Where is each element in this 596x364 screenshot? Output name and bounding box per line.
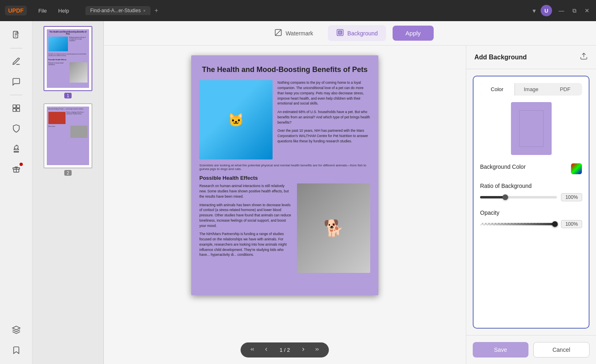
svg-rect-2: [16, 105, 19, 108]
svg-rect-3: [13, 109, 15, 111]
ratio-label: Ratio of Background: [480, 183, 582, 189]
doc-section-top: 🐱 Nothing compares to the joy of coming …: [199, 80, 370, 159]
opacity-slider-thumb[interactable]: [552, 221, 558, 227]
tab-bar: Find-and-A...er-Studies × +: [85, 6, 161, 15]
ratio-value: 100%: [561, 193, 582, 201]
sidebar-item-protect[interactable]: [7, 120, 25, 137]
thumbnail-page-2[interactable]: Animals Helping People — continuing rese…: [44, 103, 92, 176]
titlebar-right: ▾ U — ⧉ ✕: [533, 5, 591, 16]
color-preview: [511, 102, 552, 155]
main-area: The Health and Mood-Boosting Benefits of…: [0, 21, 596, 364]
help-menu[interactable]: Help: [53, 6, 74, 15]
watermark-tool[interactable]: Watermark: [266, 25, 321, 41]
file-menu[interactable]: File: [33, 6, 52, 15]
right-panel: Add Background Color Image PDF: [466, 46, 596, 364]
new-tab-button[interactable]: +: [152, 7, 161, 14]
nav-next-button[interactable]: [298, 345, 309, 355]
sidebar-item-document[interactable]: [7, 26, 25, 44]
sidebar-item-comment[interactable]: [7, 73, 25, 91]
viewer-right-container: The Health and Mood-Boosting Benefits of…: [104, 46, 596, 364]
close-button[interactable]: ✕: [583, 6, 591, 15]
opacity-slider-track: [480, 223, 557, 225]
doc-section-text: Research on human-animal interactions is…: [199, 183, 292, 273]
watermark-label: Watermark: [286, 30, 313, 37]
titlebar-menu: File Help: [33, 6, 74, 15]
svg-rect-4: [16, 109, 19, 111]
sidebar-item-edit[interactable]: [7, 52, 25, 70]
thumb-page-label-2: 2: [64, 170, 72, 176]
export-icon[interactable]: [580, 52, 588, 62]
svg-rect-10: [338, 31, 342, 34]
ratio-slider-fill: [480, 196, 503, 198]
background-icon: [336, 28, 344, 38]
thumbnail-panel: The Health and Mood-Boosting Benefits of…: [33, 21, 104, 364]
tab-image[interactable]: Image: [514, 83, 548, 96]
sidebar-item-layers[interactable]: [7, 321, 25, 339]
sidebar-divider-2: [10, 95, 22, 95]
restore-button[interactable]: ⧉: [571, 6, 578, 16]
doc-title: The Health and Mood-Boosting Benefits of…: [199, 65, 370, 74]
background-label: Background: [347, 30, 378, 37]
ratio-slider-thumb[interactable]: [502, 194, 508, 200]
doc-caption: Scientists are looking at what the poten…: [199, 163, 370, 171]
doc-dog-image: 🐕: [297, 183, 370, 273]
right-panel-title: Add Background: [474, 54, 527, 61]
doc-section-title: Possible Health Effects: [199, 175, 370, 181]
color-picker-button[interactable]: [571, 163, 582, 174]
opacity-label: Opacity: [480, 209, 582, 216]
chevron-down-icon[interactable]: ▾: [533, 7, 536, 15]
minimize-button[interactable]: —: [557, 6, 566, 15]
user-avatar[interactable]: U: [541, 5, 552, 16]
document-page-1: The Health and Mood-Boosting Benefits of…: [191, 55, 378, 295]
tab-color[interactable]: Color: [480, 83, 514, 96]
nav-first-button[interactable]: [247, 345, 258, 355]
ratio-row: Ratio of Background 100%: [480, 183, 582, 201]
opacity-slider-row: 100%: [480, 220, 582, 228]
apply-button[interactable]: Apply: [393, 26, 434, 41]
save-button[interactable]: Save: [473, 342, 528, 357]
opacity-fill: [480, 223, 557, 225]
sidebar-item-bookmark[interactable]: [7, 341, 25, 359]
doc-body-text: Nothing compares to the joy of coming ho…: [277, 80, 370, 159]
thumb-img-1: The Health and Mood-Boosting Benefits of…: [44, 26, 92, 91]
ratio-slider-track: [480, 196, 557, 198]
thumb-page-label-1: 1: [64, 93, 72, 98]
thumbnail-page-1[interactable]: The Health and Mood-Boosting Benefits of…: [44, 26, 92, 98]
sidebar-item-pages[interactable]: [7, 99, 25, 117]
doc-section-bottom: Research on human-animal interactions is…: [199, 183, 370, 273]
tab-title: Find-and-A...er-Studies: [90, 8, 141, 13]
background-settings-panel: Color Image PDF Background Color: [473, 76, 589, 329]
left-sidebar: [0, 21, 33, 364]
bg-type-tabs: Color Image PDF: [480, 83, 582, 96]
sidebar-divider-1: [10, 48, 22, 48]
tab-pdf[interactable]: PDF: [548, 83, 582, 96]
top-toolbar: Watermark Background Apply: [104, 21, 596, 46]
document-tab[interactable]: Find-and-A...er-Studies ×: [85, 6, 151, 15]
right-panel-header: Add Background: [466, 46, 596, 69]
document-viewport[interactable]: The Health and Mood-Boosting Benefits of…: [104, 46, 466, 364]
panel-footer: Save Cancel: [466, 335, 596, 364]
opacity-row: Opacity 100%: [480, 209, 582, 228]
svg-line-8: [275, 30, 281, 36]
background-tool[interactable]: Background: [328, 25, 386, 41]
doc-cat-image: 🐱: [199, 80, 273, 159]
background-color-row: Background Color: [480, 163, 582, 174]
cancel-button[interactable]: Cancel: [533, 342, 590, 357]
page-indicator: 1 / 2: [275, 345, 295, 355]
titlebar: UPDF File Help Find-and-A...er-Studies ×…: [0, 0, 596, 21]
ratio-slider-row: 100%: [480, 193, 582, 201]
color-preview-inner: [519, 110, 544, 147]
watermark-icon: [274, 28, 282, 38]
content-area: Watermark Background Apply The Health an…: [104, 21, 596, 364]
app-logo: UPDF: [5, 6, 27, 15]
tab-close-button[interactable]: ×: [143, 9, 146, 13]
thumb-img-2: Animals Helping People — continuing rese…: [44, 103, 92, 168]
nav-prev-button[interactable]: [261, 345, 271, 355]
background-color-label: Background Color: [480, 163, 526, 170]
sidebar-item-stamp[interactable]: [7, 140, 25, 158]
svg-rect-1: [13, 105, 15, 108]
sidebar-item-gift[interactable]: [7, 160, 25, 178]
opacity-value: 100%: [561, 220, 582, 228]
nav-last-button[interactable]: [312, 345, 323, 355]
page-navigation: 1 / 2: [240, 342, 329, 357]
